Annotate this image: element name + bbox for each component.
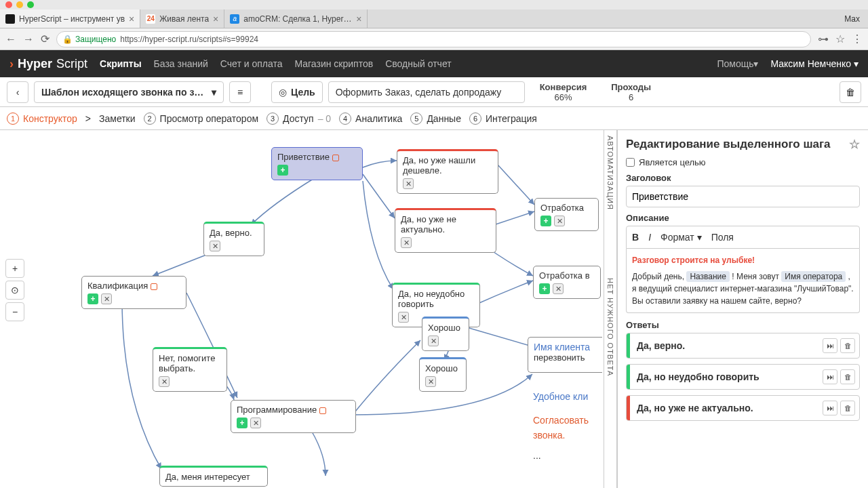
menu-icon[interactable]: ⋮ (852, 33, 863, 45)
zoom-in-button[interactable]: + (5, 259, 24, 278)
vtab-automation[interactable]: АВТОМАТИЗАЦИЯ (606, 136, 614, 210)
logo[interactable]: ›HyperScript (9, 57, 87, 71)
tab-analytics[interactable]: 4Аналитика (339, 113, 402, 125)
is-goal-row[interactable]: Является целью (626, 157, 860, 167)
node-irrelevant[interactable]: Да, но уже не актуально. ✕ (395, 208, 496, 253)
node-yes[interactable]: Да, верно. ✕ (203, 222, 264, 256)
remove-icon[interactable]: ✕ (210, 241, 220, 251)
nav-report[interactable]: Сводный отчет (385, 58, 451, 69)
anchor-icon[interactable] (151, 283, 157, 290)
add-icon[interactable]: + (539, 283, 550, 294)
description-editor[interactable]: Разговор строится на улыбке! Добрый день… (626, 249, 860, 313)
bold-button[interactable]: B (632, 232, 639, 243)
zoom-out-button[interactable]: − (5, 302, 24, 321)
node-programming[interactable]: Программирование +✕ (231, 400, 356, 433)
tab-close-icon[interactable]: × (129, 14, 134, 24)
chip-operator[interactable]: Имя оператора (781, 271, 846, 282)
browser-tab-1[interactable]: HyperScript – инструмент ув × (0, 9, 140, 28)
is-goal-checkbox[interactable] (626, 158, 635, 167)
node-help[interactable]: Нет, помогите выбрать. ✕ (153, 347, 227, 392)
url-text: https://hyper-script.ru/scripts#s=99924 (120, 35, 258, 44)
text-conv-client: Удобное кли (533, 391, 588, 402)
tab-preview[interactable]: 2Просмотр оператором (144, 113, 258, 125)
template-select[interactable]: Шаблон исходящего звонка по заяв ▾ (34, 81, 224, 103)
tab-notes[interactable]: Заметки (99, 113, 136, 124)
tab-integration[interactable]: 6Интеграция (469, 113, 537, 125)
skip-icon[interactable]: ⏭ (823, 401, 837, 415)
remove-icon[interactable]: ✕ (250, 418, 261, 428)
key-icon[interactable]: ⊶ (818, 33, 829, 45)
menu-button[interactable]: ≡ (229, 81, 251, 103)
nav-store[interactable]: Магазин скриптов (294, 58, 373, 69)
trash-icon[interactable]: 🗑 (840, 369, 855, 384)
nav-reload-icon[interactable]: ⟳ (41, 33, 50, 45)
browser-tab-3[interactable]: a amoCRM: Сделка 1, HyperScr × (224, 9, 368, 28)
text-dots: ... (533, 450, 541, 461)
title-input[interactable] (626, 186, 860, 207)
answer-row[interactable]: Да, но уже не актуально. ⏭🗑 (626, 395, 860, 421)
goal-input[interactable]: Оформить Заказ, сделать допродажу (328, 81, 525, 103)
node-cheaper[interactable]: Да, но уже нашли дешевле. ✕ (397, 149, 498, 194)
node-good-2[interactable]: Хорошо ✕ (419, 357, 467, 392)
nav-knowledge[interactable]: База знаний (154, 58, 208, 69)
answer-row[interactable]: Да, но неудобно говорить ⏭🗑 (626, 364, 860, 390)
anchor-icon[interactable] (319, 407, 326, 414)
window-close-icon[interactable] (5, 1, 12, 8)
browser-tab-2[interactable]: 24 Живая лента × (140, 9, 224, 28)
add-icon[interactable]: + (237, 418, 248, 428)
tab-constructor[interactable]: 1Конструктор (7, 113, 77, 125)
window-maximize-icon[interactable] (27, 1, 34, 8)
italic-button[interactable]: I (648, 232, 651, 243)
window-minimize-icon[interactable] (16, 1, 23, 8)
add-icon[interactable]: + (87, 293, 98, 304)
skip-icon[interactable]: ⏭ (823, 369, 837, 384)
nav-back-icon[interactable]: ← (5, 33, 16, 45)
add-icon[interactable]: + (277, 165, 288, 176)
node-qualification[interactable]: Квалификация +✕ (81, 276, 186, 309)
node-client-block[interactable]: Имя клиента перезвонить (528, 337, 602, 373)
trash-icon[interactable]: 🗑 (840, 338, 855, 353)
url-input[interactable]: 🔒 Защищено https://hyper-script.ru/scrip… (56, 31, 811, 47)
remove-icon[interactable]: ✕ (553, 283, 564, 294)
fields-dropdown[interactable]: Поля (711, 232, 734, 243)
node-greeting[interactable]: Приветствие + (271, 147, 363, 180)
vtab-no-answer[interactable]: НЕТ НУЖНОГО ОТВЕТА (606, 278, 614, 376)
remove-icon[interactable]: ✕ (554, 216, 565, 226)
skip-icon[interactable]: ⏭ (823, 338, 837, 353)
nav-user-menu[interactable]: Максим Немченко ▾ (770, 58, 859, 69)
node-good-1[interactable]: Хорошо ✕ (422, 317, 469, 351)
star-icon[interactable]: ☆ (835, 33, 845, 45)
node-work-1[interactable]: Отработка +✕ (534, 198, 599, 231)
tab-close-icon[interactable]: × (356, 14, 361, 24)
remove-icon[interactable]: ✕ (159, 376, 170, 387)
flow-canvas[interactable]: Приветствие + Да, верно. ✕ Квалификация … (0, 130, 604, 488)
tab-access[interactable]: 3Доступ – 0 (267, 113, 331, 125)
remove-icon[interactable]: ✕ (101, 293, 112, 304)
add-icon[interactable]: + (540, 216, 551, 226)
stat-passes: Проходы6 (601, 82, 660, 102)
chip-company[interactable]: Название (686, 271, 730, 282)
node-interest[interactable]: Да, меня интересует (159, 466, 268, 487)
tab-data[interactable]: 5Данные (410, 113, 461, 125)
nav-forward-icon[interactable]: → (23, 33, 34, 45)
delete-button[interactable]: 🗑 (840, 81, 861, 103)
tab-close-icon[interactable]: × (213, 14, 218, 24)
nav-billing[interactable]: Счет и оплата (220, 58, 283, 69)
nav-scripts[interactable]: Скрипты (100, 58, 142, 69)
remove-icon[interactable]: ✕ (403, 178, 414, 189)
remove-icon[interactable]: ✕ (398, 312, 409, 323)
goal-button[interactable]: ◎Цель (271, 81, 323, 103)
remove-icon[interactable]: ✕ (428, 336, 439, 346)
format-dropdown[interactable]: Формат ▾ (660, 232, 702, 243)
node-work-2[interactable]: Отработка в +✕ (533, 266, 601, 299)
trash-icon[interactable]: 🗑 (840, 401, 855, 415)
nav-help[interactable]: Помощь▾ (717, 58, 758, 69)
zoom-center-button[interactable]: ⊙ (5, 281, 24, 300)
answer-row[interactable]: Да, верно. ⏭🗑 (626, 333, 860, 359)
back-button[interactable]: ‹ (7, 81, 28, 103)
anchor-icon[interactable] (332, 155, 339, 161)
remove-icon[interactable]: ✕ (401, 237, 412, 248)
star-icon[interactable]: ☆ (849, 137, 860, 152)
chevron-down-icon: ▾ (753, 58, 758, 69)
remove-icon[interactable]: ✕ (425, 376, 436, 387)
